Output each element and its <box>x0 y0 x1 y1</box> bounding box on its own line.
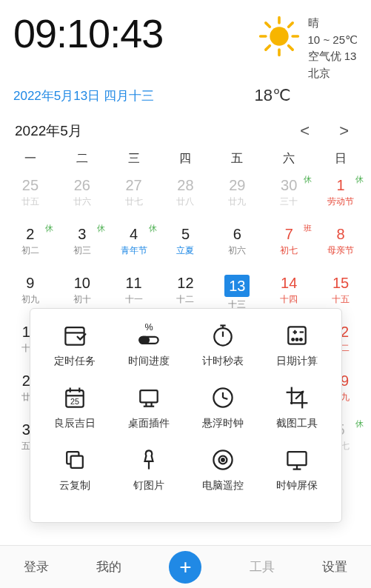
progress-icon: % <box>136 322 162 349</box>
weekday-header: 四 <box>160 145 212 173</box>
month-label[interactable]: 2022年5月 <box>15 121 82 141</box>
tool-pinimage[interactable]: 钉图片 <box>112 447 186 492</box>
tool-screensaver[interactable]: 时钟屏保 <box>260 447 334 492</box>
calendar-cell[interactable]: 3初三休 <box>56 221 108 270</box>
svg-line-6 <box>288 46 292 50</box>
calendar-cell[interactable]: 8母亲节 <box>315 221 367 270</box>
weekday-header: 一 <box>4 145 56 173</box>
calendar-day-sub: 母亲节 <box>315 244 367 257</box>
tool-datecalc[interactable]: 日期计算 <box>260 322 334 368</box>
weekday-header: 五 <box>211 145 263 173</box>
calendar-cell[interactable]: 27廿七 <box>108 173 160 221</box>
tool-label: 日期计算 <box>276 355 318 368</box>
calendar-day-sub: 廿九 <box>211 196 263 208</box>
calendar-day-number: 29 <box>211 177 263 194</box>
svg-point-24 <box>300 338 302 341</box>
calendar-cell[interactable]: 29廿九 <box>211 173 263 221</box>
calendar-day-number: 5 <box>160 226 212 243</box>
footer-tools[interactable]: 工具 <box>250 558 275 575</box>
tool-label: 定时任务 <box>54 355 96 368</box>
tool-floatclock[interactable]: 悬浮时钟 <box>186 384 260 430</box>
weather-city: 北京 <box>308 65 358 82</box>
weekday-header: 六 <box>263 145 315 173</box>
svg-point-47 <box>221 458 224 461</box>
tool-label: 电脑遥控 <box>202 479 244 492</box>
weather-block[interactable]: 晴 10 ~ 25℃ 空气优 13 北京 <box>258 15 358 81</box>
calendar-day-sub: 初九 <box>4 293 56 306</box>
clock-time: 09:10:43 <box>13 10 163 56</box>
task-icon <box>61 322 88 349</box>
weather-cond: 晴 <box>308 15 358 32</box>
calendar-cell[interactable]: 28廿八 <box>160 173 212 221</box>
tool-progress[interactable]: %时间进度 <box>112 322 186 368</box>
calendar-cell[interactable]: 1劳动节休 <box>315 173 367 221</box>
prev-month-button[interactable]: < <box>300 121 310 141</box>
svg-rect-18 <box>288 327 305 344</box>
footer-mine[interactable]: 我的 <box>96 558 121 575</box>
tool-stopwatch[interactable]: 计时秒表 <box>186 322 260 368</box>
goodday-icon: 25 <box>61 384 88 411</box>
weather-text: 晴 10 ~ 25℃ 空气优 13 北京 <box>308 15 358 81</box>
svg-rect-48 <box>287 452 306 465</box>
calendar-day-sub: 十一 <box>108 293 160 306</box>
calendar-day-number: 12 <box>160 275 212 292</box>
holiday-badge: 休 <box>355 174 364 185</box>
calendar-day-sub: 十五 <box>315 293 367 306</box>
tool-screenshot[interactable]: 截图工具 <box>260 384 334 430</box>
calendar-day-number: 14 <box>263 275 315 292</box>
svg-point-22 <box>292 338 294 341</box>
next-month-button[interactable]: > <box>339 121 349 141</box>
calendar-day-sub: 十二 <box>160 293 212 306</box>
tool-remote[interactable]: 电脑遥控 <box>186 447 260 492</box>
svg-line-8 <box>265 46 269 50</box>
calendar-day-sub: 三十 <box>263 196 315 208</box>
svg-rect-43 <box>71 456 83 468</box>
holiday-badge: 休 <box>355 418 364 430</box>
calendar-day-sub: 初七 <box>263 244 315 257</box>
screensaver-icon <box>284 447 310 473</box>
calendar-cell[interactable]: 2初二休 <box>4 221 56 270</box>
svg-line-5 <box>265 23 269 27</box>
calendar-cell[interactable]: 6初六 <box>211 221 263 270</box>
calendar-day-number: 9 <box>4 275 56 292</box>
calendar-cell[interactable]: 5立夏 <box>160 221 212 270</box>
svg-point-23 <box>296 338 298 341</box>
tools-popup: 定时任务%时间进度计时秒表日期计算25良辰吉日桌面插件悬浮时钟截图工具云复制钉图… <box>30 308 342 523</box>
calendar-day-number: 27 <box>108 177 160 194</box>
tool-cloudcopy[interactable]: 云复制 <box>38 447 112 492</box>
calendar-cell[interactable]: 4青年节休 <box>108 221 160 270</box>
calendar-day-sub: 廿七 <box>108 196 160 208</box>
tool-label: 悬浮时钟 <box>202 417 244 430</box>
datecalc-icon <box>284 322 310 349</box>
calendar-day-number: 8 <box>315 226 367 243</box>
footer-settings[interactable]: 设置 <box>322 558 347 575</box>
calendar-cell[interactable]: 26廿六 <box>56 173 108 221</box>
weekday-header: 二 <box>56 145 108 173</box>
tool-goodday[interactable]: 25良辰吉日 <box>38 384 112 430</box>
calendar-day-sub: 青年节 <box>108 244 160 257</box>
svg-line-7 <box>288 23 292 27</box>
weekday-header: 三 <box>108 145 160 173</box>
tool-widget[interactable]: 桌面插件 <box>112 384 186 430</box>
footer-add-button[interactable]: + <box>169 551 201 584</box>
calendar-day-sub: 初十 <box>56 293 108 306</box>
calendar-day-sub: 廿八 <box>160 196 212 208</box>
calendar-day-number: 15 <box>315 275 367 292</box>
holiday-badge: 班 <box>304 223 312 234</box>
calendar-cell[interactable]: 25廿五 <box>4 173 56 221</box>
calendar-day-number: 10 <box>56 275 108 292</box>
calendar-day-sub: 廿六 <box>56 196 108 208</box>
calendar-day-sub: 初三 <box>56 244 108 257</box>
date-lunar[interactable]: 2022年5月13日 四月十三 <box>13 87 154 104</box>
tool-label: 良辰吉日 <box>54 417 96 430</box>
holiday-badge: 休 <box>304 174 312 185</box>
tool-label: 桌面插件 <box>128 417 170 430</box>
calendar-cell[interactable]: 30三十休 <box>263 173 315 221</box>
footer-login[interactable]: 登录 <box>24 558 49 575</box>
calendar-day-number: 28 <box>160 177 212 194</box>
weather-aqi: 空气优 13 <box>308 48 358 65</box>
stopwatch-icon <box>210 322 236 349</box>
calendar-cell[interactable]: 7初七班 <box>263 221 315 270</box>
temp-now: 18℃ <box>255 86 291 105</box>
tool-task[interactable]: 定时任务 <box>38 322 112 368</box>
